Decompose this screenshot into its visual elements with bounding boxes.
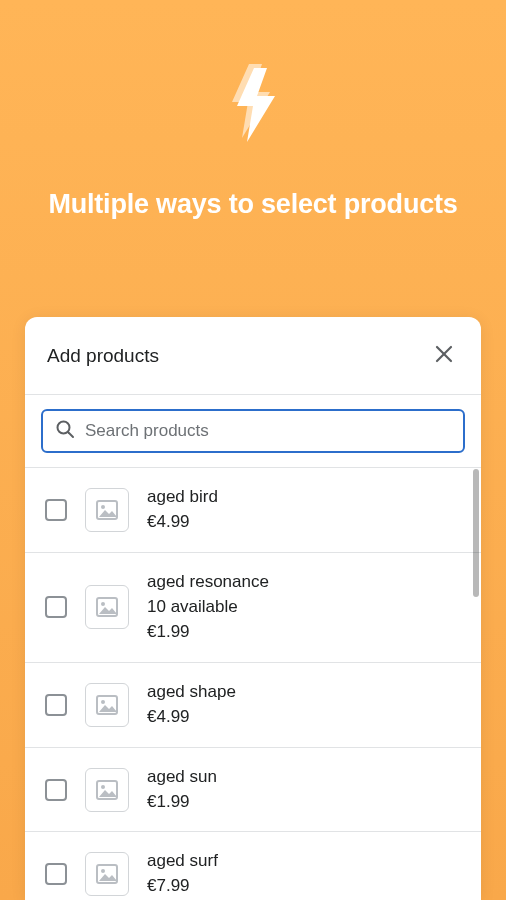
product-checkbox[interactable] [45, 863, 67, 885]
product-row[interactable]: aged surf€7.99 [25, 831, 481, 900]
hero-title: Multiple ways to select products [0, 186, 506, 222]
product-price: €7.99 [147, 875, 218, 898]
scrollbar-thumb[interactable] [473, 469, 479, 597]
search-field[interactable] [41, 409, 465, 453]
search-input[interactable] [85, 421, 451, 441]
search-icon [55, 419, 75, 443]
product-row[interactable]: aged bird€4.99 [25, 467, 481, 552]
image-placeholder-icon [85, 585, 129, 629]
product-name: aged resonance [147, 571, 269, 594]
image-placeholder-icon [85, 852, 129, 896]
image-placeholder-icon [85, 488, 129, 532]
product-info: aged bird€4.99 [147, 486, 218, 534]
svg-point-5 [101, 505, 105, 509]
product-availability: 10 available [147, 596, 269, 619]
product-info: aged surf€7.99 [147, 850, 218, 898]
product-row[interactable]: aged sun€1.99 [25, 747, 481, 832]
product-row[interactable]: aged resonance10 available€1.99 [25, 552, 481, 662]
product-checkbox[interactable] [45, 499, 67, 521]
add-products-modal: Add products aged bird€4.99aged resonanc… [25, 317, 481, 900]
hero-section: Multiple ways to select products [0, 0, 506, 262]
product-info: aged shape€4.99 [147, 681, 236, 729]
svg-point-13 [101, 869, 105, 873]
close-button[interactable] [429, 339, 459, 372]
lightning-icon [224, 62, 282, 146]
svg-point-11 [101, 785, 105, 789]
product-list: aged bird€4.99aged resonance10 available… [25, 467, 481, 900]
product-checkbox[interactable] [45, 694, 67, 716]
product-price: €4.99 [147, 706, 236, 729]
product-price: €4.99 [147, 511, 218, 534]
product-name: aged sun [147, 766, 217, 789]
product-price: €1.99 [147, 621, 269, 644]
product-name: aged bird [147, 486, 218, 509]
product-name: aged shape [147, 681, 236, 704]
search-section [25, 395, 481, 467]
svg-point-2 [58, 422, 70, 434]
product-price: €1.99 [147, 791, 217, 814]
product-checkbox[interactable] [45, 779, 67, 801]
product-name: aged surf [147, 850, 218, 873]
product-info: aged resonance10 available€1.99 [147, 571, 269, 644]
product-checkbox[interactable] [45, 596, 67, 618]
svg-point-9 [101, 700, 105, 704]
product-row[interactable]: aged shape€4.99 [25, 662, 481, 747]
image-placeholder-icon [85, 683, 129, 727]
modal-title: Add products [47, 345, 159, 367]
modal-header: Add products [25, 317, 481, 395]
close-icon [433, 353, 455, 368]
product-info: aged sun€1.99 [147, 766, 217, 814]
image-placeholder-icon [85, 768, 129, 812]
svg-point-7 [101, 602, 105, 606]
svg-line-3 [69, 433, 74, 438]
